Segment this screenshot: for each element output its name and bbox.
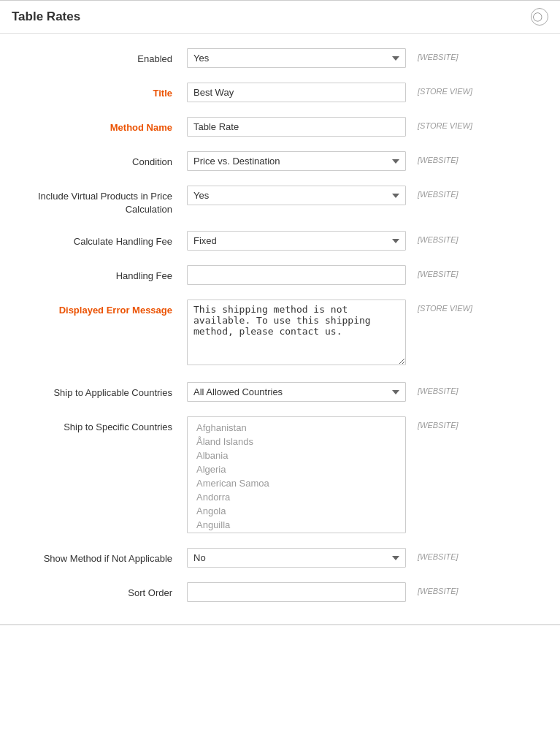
scope-specific_countries: [WEBSITE]: [406, 416, 494, 430]
input-col-sort_order: [187, 582, 406, 602]
scope-method_name: [STORE VIEW]: [406, 117, 494, 130]
scope-condition: [WEBSITE]: [406, 151, 494, 164]
input-col-handling_fee_type: FixedPercent: [187, 231, 406, 251]
label-specific_countries: Ship to Specific Countries: [12, 416, 187, 434]
label-title: Title: [12, 83, 187, 100]
input-col-show_method: NoYes: [187, 548, 406, 568]
panel-title: Table Rates: [12, 9, 80, 24]
form-row-applicable_countries: Ship to Applicable CountriesAll Allowed …: [0, 375, 560, 409]
form-row-handling_fee_type: Calculate Handling FeeFixedPercent[WEBSI…: [0, 224, 560, 258]
scope-show_method: [WEBSITE]: [406, 548, 494, 561]
input-col-method_name: [187, 117, 406, 137]
scope-sort_order: [WEBSITE]: [406, 582, 494, 595]
select-applicable_countries[interactable]: All Allowed CountriesSpecific Countries: [187, 382, 406, 402]
table-rates-panel: Table Rates ⃝ EnabledYesNo[WEBSITE]Title…: [0, 0, 560, 625]
form-row-enabled: EnabledYesNo[WEBSITE]: [0, 41, 560, 75]
form-row-show_method: Show Method if Not ApplicableNoYes[WEBSI…: [0, 541, 560, 575]
select-wrapper-include_virtual: YesNo: [187, 186, 406, 205]
form-row-sort_order: Sort Order[WEBSITE]: [0, 575, 560, 609]
collapse-button[interactable]: ⃝: [531, 8, 548, 26]
label-show_method: Show Method if Not Applicable: [12, 548, 187, 565]
form-row-condition: ConditionPrice vs. DestinationWeight vs.…: [0, 144, 560, 178]
select-wrapper-enabled: YesNo: [187, 48, 406, 68]
input-col-applicable_countries: All Allowed CountriesSpecific Countries: [187, 382, 406, 402]
select-wrapper-handling_fee_type: FixedPercent: [187, 231, 406, 251]
form-row-handling_fee: Handling Fee[WEBSITE]: [0, 258, 560, 292]
scope-enabled: [WEBSITE]: [406, 48, 494, 61]
form-row-include_virtual: Include Virtual Products in Price Calcul…: [0, 178, 560, 224]
scope-applicable_countries: [WEBSITE]: [406, 382, 494, 395]
label-method_name: Method Name: [12, 117, 187, 134]
input-col-handling_fee: [187, 265, 406, 285]
form-row-method_name: Method Name[STORE VIEW]: [0, 110, 560, 144]
label-sort_order: Sort Order: [12, 582, 187, 600]
multiselect-specific_countries[interactable]: AfghanistanÅland IslandsAlbaniaAlgeriaAm…: [187, 416, 406, 533]
textarea-error_message[interactable]: This shipping method is not available. T…: [187, 300, 406, 365]
label-applicable_countries: Ship to Applicable Countries: [12, 382, 187, 400]
input-method_name[interactable]: [187, 117, 406, 137]
form-body: EnabledYesNo[WEBSITE]Title[STORE VIEW]Me…: [0, 34, 560, 617]
select-handling_fee_type[interactable]: FixedPercent: [187, 231, 406, 251]
select-show_method[interactable]: NoYes: [187, 548, 406, 568]
input-handling_fee[interactable]: [187, 265, 406, 285]
input-col-title: [187, 83, 406, 102]
input-col-error_message: This shipping method is not available. T…: [187, 300, 406, 367]
input-col-specific_countries: AfghanistanÅland IslandsAlbaniaAlgeriaAm…: [187, 416, 406, 533]
select-enabled[interactable]: YesNo: [187, 48, 406, 68]
label-handling_fee_type: Calculate Handling Fee: [12, 231, 187, 248]
label-handling_fee: Handling Fee: [12, 265, 187, 283]
form-row-title: Title[STORE VIEW]: [0, 75, 560, 110]
panel-header: Table Rates ⃝: [0, 1, 560, 34]
input-sort_order[interactable]: [187, 582, 406, 602]
input-col-condition: Price vs. DestinationWeight vs. Destinat…: [187, 151, 406, 171]
label-error_message: Displayed Error Message: [12, 300, 187, 317]
select-condition[interactable]: Price vs. DestinationWeight vs. Destinat…: [187, 151, 406, 171]
form-row-error_message: Displayed Error MessageThis shipping met…: [0, 292, 560, 375]
select-wrapper-condition: Price vs. DestinationWeight vs. Destinat…: [187, 151, 406, 171]
scope-error_message: [STORE VIEW]: [406, 300, 494, 313]
label-enabled: Enabled: [12, 48, 187, 66]
scope-handling_fee: [WEBSITE]: [406, 265, 494, 278]
bottom-border: [0, 624, 560, 625]
label-include_virtual: Include Virtual Products in Price Calcul…: [12, 186, 187, 216]
scope-include_virtual: [WEBSITE]: [406, 186, 494, 199]
label-condition: Condition: [12, 151, 187, 169]
select-wrapper-show_method: NoYes: [187, 548, 406, 568]
form-row-specific_countries: Ship to Specific CountriesAfghanistanÅla…: [0, 409, 560, 541]
input-col-enabled: YesNo: [187, 48, 406, 68]
select-include_virtual[interactable]: YesNo: [187, 186, 406, 205]
scope-handling_fee_type: [WEBSITE]: [406, 231, 494, 244]
input-col-include_virtual: YesNo: [187, 186, 406, 205]
scope-title: [STORE VIEW]: [406, 83, 494, 96]
select-wrapper-applicable_countries: All Allowed CountriesSpecific Countries: [187, 382, 406, 402]
input-title[interactable]: [187, 83, 406, 102]
